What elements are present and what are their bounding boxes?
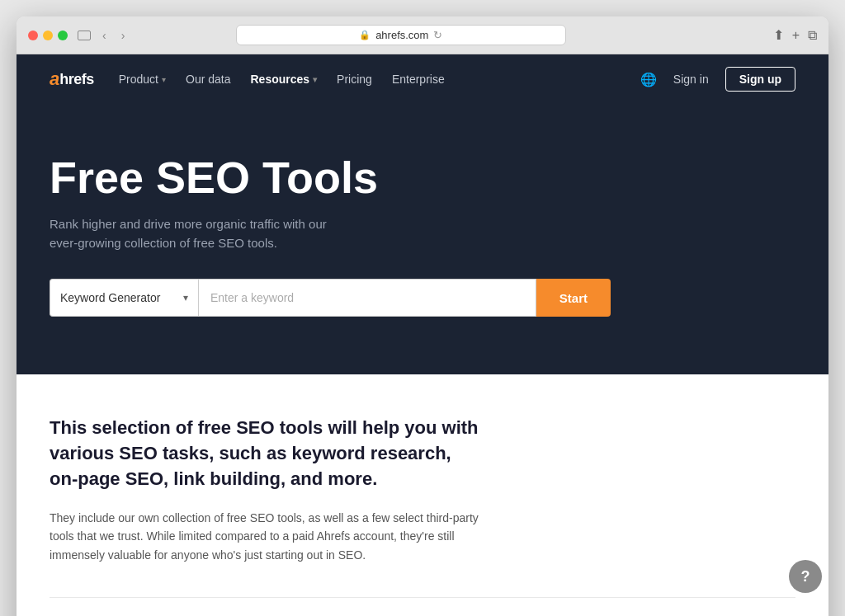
intro-body: They include our own collection of free … bbox=[50, 509, 479, 564]
nav-item-ourdata[interactable]: Our data bbox=[177, 66, 238, 92]
share-button[interactable]: ⬆ bbox=[773, 27, 784, 43]
hero-subtitle: Rank higher and drive more organic traff… bbox=[50, 215, 347, 252]
maximize-dot[interactable] bbox=[58, 31, 68, 40]
intro-section: This selection of free SEO tools will he… bbox=[17, 374, 512, 597]
minimize-dot[interactable] bbox=[43, 31, 53, 40]
new-tab-button[interactable]: + bbox=[792, 28, 800, 43]
browser-dots bbox=[28, 31, 68, 40]
tool-selector-dropdown[interactable]: Keyword Generator ▾ bbox=[50, 279, 198, 317]
chevron-down-icon: ▾ bbox=[162, 75, 166, 84]
browser-window: ‹ › 🔒 ahrefs.com ↻ ⬆ + ⧉ a hrefs Product… bbox=[17, 16, 828, 616]
site-logo[interactable]: a hrefs bbox=[50, 68, 94, 90]
url-bar[interactable]: 🔒 ahrefs.com ↻ bbox=[236, 25, 566, 45]
chevron-down-icon: ▾ bbox=[313, 75, 317, 84]
hero-title: Free SEO Tools bbox=[50, 153, 795, 202]
tools-section: Keyword Research ⚽ Free Keyword Generato… bbox=[17, 598, 828, 616]
url-text: ahrefs.com bbox=[375, 29, 428, 41]
dropdown-chevron-icon: ▾ bbox=[183, 292, 188, 303]
site-navigation: a hrefs Product ▾ Our data Resources ▾ P… bbox=[17, 54, 828, 104]
nav-item-pricing[interactable]: Pricing bbox=[328, 66, 380, 92]
globe-icon[interactable]: 🌐 bbox=[640, 72, 657, 87]
keyword-input[interactable] bbox=[198, 279, 536, 317]
browser-action-buttons: ⬆ + ⧉ bbox=[773, 27, 817, 43]
window-icon bbox=[78, 31, 91, 40]
hero-search-bar: Keyword Generator ▾ Start bbox=[50, 279, 611, 317]
dropdown-value: Keyword Generator bbox=[60, 291, 160, 304]
nav-items: Product ▾ Our data Resources ▾ Pricing E… bbox=[111, 66, 640, 92]
close-dot[interactable] bbox=[28, 31, 38, 40]
tabs-button[interactable]: ⧉ bbox=[808, 28, 817, 43]
signup-button[interactable]: Sign up bbox=[725, 67, 795, 92]
nav-item-product[interactable]: Product ▾ bbox=[111, 66, 174, 92]
help-button[interactable]: ? bbox=[789, 560, 822, 593]
signin-link[interactable]: Sign in bbox=[667, 68, 715, 91]
nav-right: 🌐 Sign in Sign up bbox=[640, 67, 795, 92]
nav-item-enterprise[interactable]: Enterprise bbox=[384, 66, 453, 92]
reload-icon: ↻ bbox=[433, 29, 442, 41]
page-content: a hrefs Product ▾ Our data Resources ▾ P… bbox=[17, 54, 828, 616]
back-button[interactable]: ‹ bbox=[99, 27, 110, 44]
intro-heading: This selection of free SEO tools will he… bbox=[50, 416, 479, 491]
nav-item-resources[interactable]: Resources ▾ bbox=[243, 66, 326, 92]
lock-icon: 🔒 bbox=[359, 30, 371, 40]
browser-titlebar: ‹ › 🔒 ahrefs.com ↻ ⬆ + ⧉ bbox=[17, 16, 828, 54]
logo-icon: a bbox=[50, 68, 59, 90]
start-button[interactable]: Start bbox=[536, 279, 611, 317]
forward-button[interactable]: › bbox=[118, 27, 129, 44]
logo-wordmark: hrefs bbox=[59, 71, 94, 88]
hero-section: Free SEO Tools Rank higher and drive mor… bbox=[17, 104, 828, 374]
